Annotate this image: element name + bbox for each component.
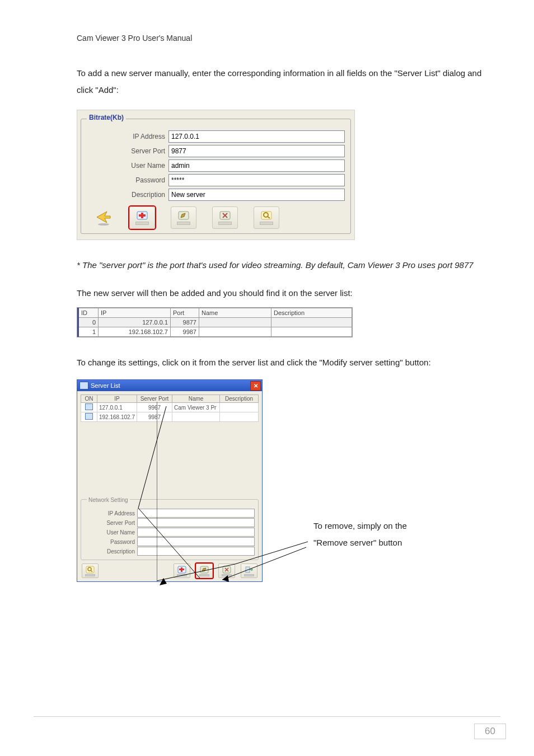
window-title: Server List xyxy=(91,382,120,389)
page-header: Cam Viewer 3 Pro User's Manual xyxy=(77,34,534,43)
add-button[interactable] xyxy=(129,206,155,229)
col-ip: IP xyxy=(99,308,171,318)
server-port-label: Server Port xyxy=(87,147,168,155)
col-id: ID xyxy=(78,308,99,318)
win-ip-input[interactable] xyxy=(137,509,255,518)
footer-rule xyxy=(34,716,500,717)
modify-button[interactable] xyxy=(171,206,196,229)
close-icon[interactable]: ✕ xyxy=(250,381,261,391)
page-number: 60 xyxy=(474,724,506,739)
modify-text: To change its settings, click on it from… xyxy=(77,354,486,371)
network-setting-legend: Network Setting xyxy=(87,497,130,503)
magnifier-icon xyxy=(86,566,95,574)
search-button[interactable] xyxy=(254,206,279,229)
win-port-label: Server Port xyxy=(85,520,137,526)
svg-rect-3 xyxy=(139,214,146,217)
remove-button[interactable] xyxy=(212,206,238,229)
intro-text: To add a new server manually, enter the … xyxy=(77,65,486,98)
win-desc-label: Description xyxy=(85,548,137,555)
password-label: Password xyxy=(87,176,168,184)
col-desc: Description xyxy=(271,308,352,318)
svg-point-0 xyxy=(98,223,109,226)
col-port: Port xyxy=(171,308,199,318)
pencil-icon xyxy=(177,210,190,220)
plus-icon xyxy=(136,210,148,220)
magnifier-icon xyxy=(260,210,273,220)
win-add-button[interactable] xyxy=(174,564,190,578)
svg-rect-14 xyxy=(179,569,184,570)
password-input[interactable] xyxy=(168,174,345,186)
description-label: Description xyxy=(87,191,168,199)
added-text: The new server will then be added and yo… xyxy=(77,285,486,302)
win-col-on: ON xyxy=(81,395,97,403)
remove-callout-text: To remove, simply on the "Remove server"… xyxy=(313,518,425,551)
monitor-icon xyxy=(85,403,93,410)
win-pass-label: Password xyxy=(85,539,137,545)
table-row[interactable]: 1 192.168.102.7 9987 xyxy=(78,327,352,337)
win-search-button[interactable] xyxy=(82,564,99,578)
window-titlebar: Server List ✕ xyxy=(77,380,262,391)
description-input[interactable] xyxy=(168,189,345,201)
win-col-name: Name xyxy=(172,395,220,403)
ip-address-label: IP Address xyxy=(87,133,168,140)
port-note: * The "server port" is the port that's u… xyxy=(77,257,486,274)
list-item[interactable]: 192.168.102.7 9987 xyxy=(81,412,259,422)
server-list-dialog-screenshot: Bitrate(Kb) IP Address Server Port User … xyxy=(77,110,355,240)
server-list-window: Server List ✕ ON IP Server Port Name Des… xyxy=(77,379,263,582)
ip-address-input[interactable] xyxy=(168,130,345,143)
win-user-input[interactable] xyxy=(137,528,255,537)
x-icon xyxy=(222,566,231,574)
win-col-ip: IP xyxy=(97,395,137,403)
plus-icon xyxy=(177,566,186,574)
door-exit-icon xyxy=(245,566,254,574)
server-port-input[interactable] xyxy=(168,145,345,157)
x-icon xyxy=(219,210,231,220)
pencil-icon xyxy=(200,566,209,574)
win-user-label: User Name xyxy=(85,529,137,536)
col-name: Name xyxy=(199,308,271,318)
table-row[interactable]: 0 127.0.0.1 9877 xyxy=(78,318,352,327)
win-port-input[interactable] xyxy=(137,518,255,527)
win-modify-button[interactable] xyxy=(196,564,213,578)
win-col-port: Server Port xyxy=(137,395,172,403)
win-ip-label: IP Address xyxy=(85,510,137,516)
win-remove-button[interactable] xyxy=(218,564,235,578)
win-desc-input[interactable] xyxy=(137,547,255,556)
back-arrow-icon xyxy=(93,208,114,228)
monitor-icon xyxy=(85,413,93,420)
win-col-desc: Description xyxy=(220,395,259,403)
list-item[interactable]: 127.0.0.1 9967 Cam Viewer 3 Pr xyxy=(81,403,259,412)
user-name-label: User Name xyxy=(87,162,168,170)
server-list-table-screenshot: ID IP Port Name Description 0 127.0.0.1 … xyxy=(77,307,353,337)
svg-rect-17 xyxy=(246,567,250,572)
user-name-input[interactable] xyxy=(168,159,345,172)
window-icon xyxy=(79,382,88,389)
win-pass-input[interactable] xyxy=(137,537,255,546)
win-exit-button[interactable] xyxy=(241,564,257,578)
fieldset-legend: Bitrate(Kb) xyxy=(87,114,126,121)
